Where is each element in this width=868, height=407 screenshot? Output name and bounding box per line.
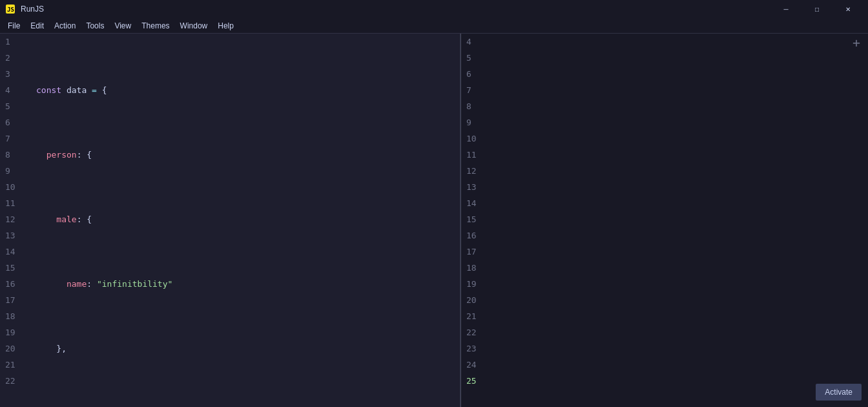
menu-item-action[interactable]: Action bbox=[49, 20, 81, 32]
rln-6: 6 bbox=[466, 66, 487, 82]
ln-14: 14 bbox=[5, 244, 26, 260]
code-line-5: }, bbox=[36, 340, 455, 357]
line-numbers-right: 4 5 6 7 8 9 10 11 12 13 14 15 16 17 18 1… bbox=[461, 34, 492, 407]
ln-15: 15 bbox=[5, 260, 26, 276]
code-content-left[interactable]: const data = { person: { male: { name: "… bbox=[31, 34, 460, 407]
activate-button[interactable]: Activate bbox=[816, 384, 862, 401]
app-title: RunJS bbox=[21, 5, 44, 14]
ln-3: 3 bbox=[5, 66, 26, 82]
ln-19: 19 bbox=[5, 324, 26, 340]
rln-20: 20 bbox=[466, 292, 487, 308]
ln-12: 12 bbox=[5, 211, 26, 227]
rln-14: 14 bbox=[466, 195, 487, 211]
menu-item-themes[interactable]: Themes bbox=[136, 20, 174, 32]
menu-item-tools[interactable]: Tools bbox=[81, 20, 109, 32]
menu-item-file[interactable]: File bbox=[3, 20, 25, 32]
r-line-7 bbox=[497, 211, 863, 227]
ln-13: 13 bbox=[5, 227, 26, 244]
code-line-1: const data = { bbox=[36, 82, 455, 98]
code-area-right: 4 5 6 7 8 9 10 11 12 13 14 15 16 17 18 1… bbox=[461, 34, 868, 407]
ln-5: 5 bbox=[5, 98, 26, 114]
rln-9: 9 bbox=[466, 114, 487, 130]
rln-16: 16 bbox=[466, 227, 487, 244]
rln-25: 25 bbox=[466, 373, 487, 389]
maximize-button[interactable]: □ bbox=[802, 0, 832, 18]
line-numbers-left: 1 2 3 4 5 6 7 8 9 10 11 12 13 14 15 16 1… bbox=[0, 34, 31, 407]
ln-17: 17 bbox=[5, 292, 26, 308]
ln-9: 9 bbox=[5, 163, 26, 179]
rln-12: 12 bbox=[466, 163, 487, 179]
app-icon: JS bbox=[5, 4, 16, 14]
code-line-3: male: { bbox=[36, 211, 455, 227]
rln-23: 23 bbox=[466, 340, 487, 357]
rln-19: 19 bbox=[466, 276, 487, 292]
main-content: 1 2 3 4 5 6 7 8 9 10 11 12 13 14 15 16 1… bbox=[0, 34, 868, 407]
r-line-10 bbox=[497, 357, 863, 373]
ln-16: 16 bbox=[5, 276, 26, 292]
svg-text:JS: JS bbox=[7, 6, 14, 13]
rln-13: 13 bbox=[466, 179, 487, 195]
ln-8: 8 bbox=[5, 147, 26, 163]
rln-7: 7 bbox=[466, 82, 487, 98]
rln-5: 5 bbox=[466, 50, 487, 66]
r-line-8 bbox=[497, 260, 863, 276]
r-line-4 bbox=[497, 66, 863, 82]
code-line-4: name: "infinitbility" bbox=[36, 276, 455, 292]
ln-7: 7 bbox=[5, 130, 26, 147]
rln-11: 11 bbox=[466, 147, 487, 163]
code-area-left: 1 2 3 4 5 6 7 8 9 10 11 12 13 14 15 16 1… bbox=[0, 34, 460, 407]
menu-item-edit[interactable]: Edit bbox=[25, 20, 49, 32]
ln-10: 10 bbox=[5, 179, 26, 195]
ln-22: 22 bbox=[5, 373, 26, 389]
ln-2: 2 bbox=[5, 50, 26, 66]
ln-21: 21 bbox=[5, 357, 26, 373]
close-button[interactable]: ✕ bbox=[833, 0, 863, 18]
rln-17: 17 bbox=[466, 244, 487, 260]
menu-item-view[interactable]: View bbox=[109, 20, 136, 32]
ln-11: 11 bbox=[5, 195, 26, 211]
right-panel: 4 5 6 7 8 9 10 11 12 13 14 15 16 17 18 1… bbox=[461, 34, 868, 407]
right-code-content: [ 'person', 'male', 'name', 'female', 'n… bbox=[492, 34, 868, 407]
rln-10: 10 bbox=[466, 130, 487, 147]
r-line-6 bbox=[497, 163, 863, 179]
ln-20: 20 bbox=[5, 340, 26, 357]
code-line-2: person: { bbox=[36, 147, 455, 163]
r-line-5 bbox=[497, 114, 863, 130]
r-line-9 bbox=[497, 308, 863, 324]
ln-6: 6 bbox=[5, 114, 26, 130]
plus-button[interactable]: + bbox=[850, 36, 863, 49]
left-editor[interactable]: 1 2 3 4 5 6 7 8 9 10 11 12 13 14 15 16 1… bbox=[0, 34, 460, 407]
titlebar: JS RunJS ─ □ ✕ bbox=[0, 0, 868, 18]
menu-item-window[interactable]: Window bbox=[175, 20, 213, 32]
rln-15: 15 bbox=[466, 211, 487, 227]
window-controls: ─ □ ✕ bbox=[771, 0, 863, 18]
ln-1: 1 bbox=[5, 34, 26, 50]
rln-8: 8 bbox=[466, 98, 487, 114]
ln-4: 4 bbox=[5, 82, 26, 98]
minimize-button[interactable]: ─ bbox=[771, 0, 801, 18]
ln-18: 18 bbox=[5, 308, 26, 324]
rln-22: 22 bbox=[466, 324, 487, 340]
menu-item-help[interactable]: Help bbox=[212, 20, 239, 32]
menubar: FileEditActionToolsViewThemesWindowHelp bbox=[0, 18, 868, 34]
rln-18: 18 bbox=[466, 260, 487, 276]
rln-21: 21 bbox=[466, 308, 487, 324]
rln-24: 24 bbox=[466, 357, 487, 373]
rln-4: 4 bbox=[466, 34, 487, 50]
